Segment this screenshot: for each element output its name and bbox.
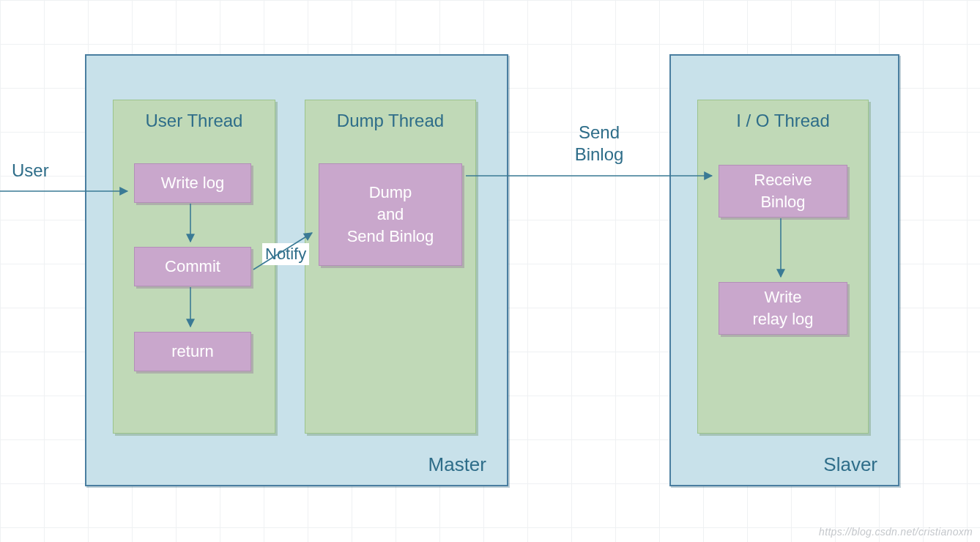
notify-label: Notify — [262, 243, 309, 265]
diagram-stage: Master User Thread Write log Commit retu… — [0, 0, 980, 542]
watermark: https://blog.csdn.net/cristianoxm — [819, 526, 973, 538]
dump-send-box: Dump and Send Binlog — [319, 163, 462, 266]
dump-thread: Dump Thread Dump and Send Binlog — [305, 100, 476, 434]
commit-box: Commit — [134, 247, 251, 286]
return-box: return — [134, 332, 251, 371]
slaver-label: Slaver — [823, 453, 877, 476]
write-relay-box: Write relay log — [719, 282, 847, 335]
slaver-container: Slaver I / O Thread Receive Binlog Write… — [669, 54, 899, 486]
send-binlog-label: Send Binlog — [555, 122, 643, 166]
receive-binlog-box: Receive Binlog — [719, 165, 847, 218]
user-thread: User Thread Write log Commit return — [113, 100, 275, 434]
user-label: User — [12, 160, 49, 182]
send-binlog-line1: Send — [579, 122, 620, 142]
master-container: Master User Thread Write log Commit retu… — [85, 54, 508, 486]
dump-thread-title: Dump Thread — [305, 100, 475, 136]
io-thread-title: I / O Thread — [698, 100, 868, 136]
master-label: Master — [428, 453, 486, 476]
user-thread-title: User Thread — [114, 100, 275, 136]
send-binlog-line2: Binlog — [575, 144, 624, 164]
io-thread: I / O Thread Receive Binlog Write relay … — [697, 100, 869, 434]
write-log-box: Write log — [134, 163, 251, 203]
